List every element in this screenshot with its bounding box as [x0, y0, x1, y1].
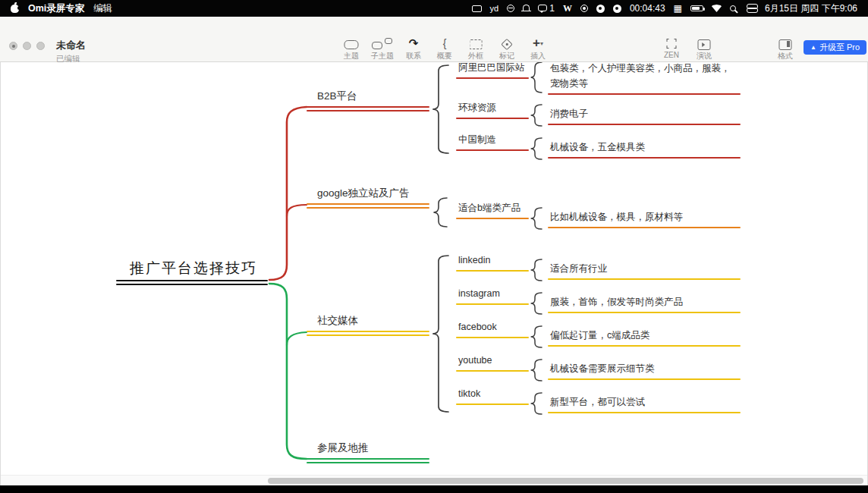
mindmap-node-b2b[interactable]: B2B平台 [307, 89, 429, 111]
mindmap-node-mic[interactable]: 中国制造 [456, 132, 529, 151]
toolbar-button-present[interactable]: 演说 [691, 37, 717, 61]
node-underline [548, 278, 741, 280]
mindmap-node-d_instagram[interactable]: 服装，首饰，假发等时尚类产品 [548, 294, 741, 313]
record-icon[interactable] [580, 5, 588, 12]
node-underline [456, 218, 529, 219]
mindmap-node-d_gs[interactable]: 消费电子 [548, 106, 741, 125]
node-underline [456, 77, 529, 79]
status-circle-icon-2[interactable] [613, 5, 621, 13]
mindmap-node-linkedin[interactable]: linkedin [456, 253, 529, 272]
datetime[interactable]: 6月15日 周四 下午9:06 [765, 2, 857, 15]
relation-icon: ↷ [401, 37, 426, 50]
mindmap-node-google[interactable]: google独立站及广告 [307, 186, 429, 209]
chat-bubble-icon-label: 1 [549, 3, 555, 14]
node-underline [307, 110, 429, 111]
window-zoom-button[interactable] [36, 42, 45, 50]
toolbar-button-format[interactable]: 格式 [772, 37, 798, 61]
window-minimize-button[interactable] [23, 42, 31, 50]
mindmap-node-root[interactable]: 推广平台选择技巧 [116, 259, 268, 285]
mindmap-node-tiktok[interactable]: tiktok [456, 386, 529, 405]
wifi-icon[interactable] [712, 5, 722, 12]
horizontal-scrollbar-thumb[interactable] [268, 478, 863, 484]
node-underline [548, 124, 741, 125]
yd-badge-label: yd [490, 4, 499, 13]
mindmap-node-d_mic[interactable]: 机械设备，五金模具类 [548, 140, 741, 159]
status-circle-icon-2 [613, 5, 621, 13]
toolbar-right-group: ZEN 演说 [659, 37, 717, 61]
node-underline [307, 331, 429, 332]
upgrade-pro-button[interactable]: ▲ 升级至 Pro [804, 40, 866, 55]
toolbar-button-frame[interactable]: 外框 [463, 37, 489, 61]
search-icon[interactable] [730, 5, 738, 11]
mindmap-node-d_youtube[interactable]: 机械设备需要展示细节类 [548, 361, 741, 380]
node-underline [307, 207, 429, 209]
toolbar-button-summary[interactable]: { 概要 [432, 37, 458, 61]
toolbar-button-marker[interactable]: 标记 [494, 37, 520, 61]
screen-mirroring-icon[interactable] [472, 5, 482, 12]
mindmap-node-label: 社交媒体 [307, 313, 429, 331]
toolbar-button-zen[interactable]: ZEN [659, 37, 684, 61]
mindmap-node-d_tiktok[interactable]: 新型平台，都可以尝试 [548, 394, 741, 413]
toolbar-button-relation[interactable]: ↷ 联系 [401, 37, 426, 61]
mindmap-node-label: 推广平台选择技巧 [116, 259, 268, 280]
insert-icon: +▾ [525, 37, 551, 50]
menubar-app-name[interactable]: Omi录屏专家 [28, 2, 84, 15]
horizontal-scrollbar[interactable] [1, 475, 867, 485]
mindmap-node-d_linkedin[interactable]: 适合所有行业 [548, 261, 741, 280]
node-underline [548, 312, 741, 313]
toolbar-button-insert[interactable]: +▾ 插入 [525, 37, 551, 61]
node-underline [307, 106, 429, 108]
globe-icon[interactable] [507, 5, 514, 12]
status-circle-icon-1[interactable] [596, 5, 605, 13]
node-underline [456, 303, 529, 305]
format-icon [772, 37, 798, 50]
mindmap-node-bend[interactable]: 适合b端类产品 [456, 200, 529, 219]
app-toolbar: 未命名 已编辑 主题 子主题 ↷ 联系 { 概要 外框 [0, 17, 868, 62]
globe-icon [507, 5, 514, 12]
bell-icon[interactable] [523, 5, 530, 11]
battery-icon[interactable] [690, 5, 703, 12]
apple-menu-icon[interactable] [11, 5, 19, 13]
mindmap-node-label: tiktok [456, 386, 529, 404]
node-underline [548, 227, 741, 228]
mindmap-connector [432, 256, 448, 412]
toolbar-button-label: 联系 [401, 51, 426, 61]
mindmap-connector [531, 62, 542, 93]
mindmap-node-exhibition[interactable]: 参展及地推 [307, 441, 429, 463]
control-center-icon[interactable] [747, 4, 756, 13]
mindmap-node-d_facebook[interactable]: 偏低起订量，c端成品类 [548, 328, 741, 347]
toolbar-button-label: 外框 [463, 51, 489, 61]
zen-mode-icon [659, 37, 684, 50]
mindmap-node-d_bend[interactable]: 比如机械设备，模具，原材料等 [548, 209, 741, 228]
grid-icon[interactable]: ▦ [674, 4, 682, 13]
window-close-button[interactable] [9, 42, 17, 50]
node-underline [116, 284, 268, 285]
node-underline [456, 149, 529, 151]
window-controls [9, 42, 45, 50]
mindmap-node-youtube[interactable]: youtube [456, 353, 529, 372]
mindmap-node-social[interactable]: 社交媒体 [307, 313, 429, 336]
mindmap-canvas[interactable]: 推广平台选择技巧B2B平台阿里巴巴国际站包装类，个人护理美容类，小商品，服装，宠… [0, 62, 868, 485]
marker-icon [494, 37, 520, 50]
mindmap-node-facebook[interactable]: facebook [456, 319, 529, 338]
mindmap-node-d_alibaba[interactable]: 包装类，个人护理美容类，小商品，服装，宠物类等 [548, 62, 741, 95]
mindmap-node-alibaba[interactable]: 阿里巴巴国际站 [456, 62, 529, 79]
mindmap-node-label: 中国制造 [456, 132, 529, 149]
mindmap-node-label: 机械设备需要展示细节类 [548, 361, 741, 378]
toolbar-button-subtopic[interactable]: 子主题 [370, 37, 395, 61]
mindmap-node-label: 适合所有行业 [548, 261, 741, 278]
toolbar-button-topic[interactable]: 主题 [338, 37, 364, 61]
menubar-menu-edit[interactable]: 编辑 [93, 2, 112, 15]
mindmap-node-instagram[interactable]: instagram [456, 286, 529, 305]
screen: Omi录屏专家 编辑 yd1W00:04:43▦6月15日 周四 下午9:06 … [0, 0, 868, 493]
frame-icon [463, 37, 489, 50]
yd-badge[interactable]: yd [490, 4, 499, 13]
recording-timer[interactable]: 00:04:43 [630, 3, 665, 14]
toolbar-button-label: 标记 [494, 51, 520, 61]
mindmap-node-label: google独立站及广告 [307, 186, 429, 203]
chat-bubble-icon[interactable]: 1 [538, 3, 555, 14]
mindmap-node-gs[interactable]: 环球资源 [456, 100, 529, 119]
status-circle-icon-1 [596, 5, 605, 13]
node-underline [548, 93, 741, 95]
wikipedia-icon[interactable]: W [563, 3, 572, 14]
